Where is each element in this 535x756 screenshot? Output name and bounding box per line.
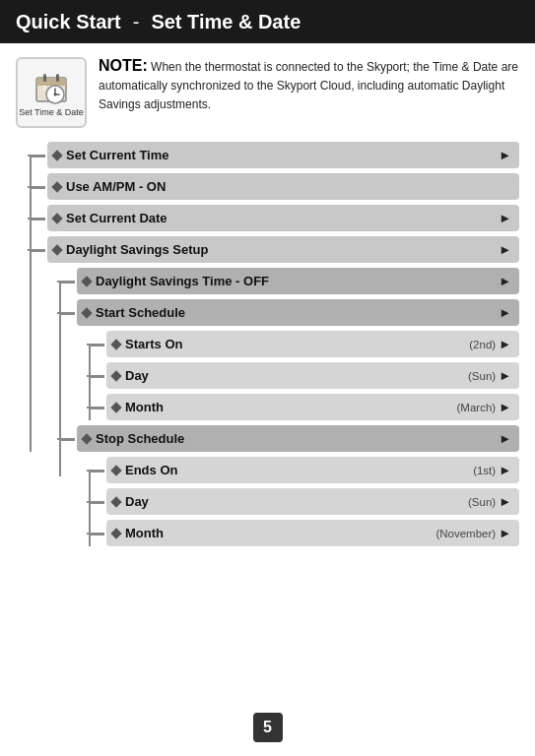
diamond-icon bbox=[51, 181, 62, 192]
month-start-value: (March) bbox=[457, 402, 497, 413]
set-current-date-item[interactable]: Set Current Date ► bbox=[47, 205, 519, 231]
starts-on-btn: Starts On (2nd) ► bbox=[106, 331, 519, 357]
svg-rect-1 bbox=[36, 78, 66, 86]
starts-on-value: (2nd) bbox=[469, 339, 496, 350]
note-block: NOTE: When the thermostat is connected t… bbox=[99, 57, 519, 113]
start-schedule-label: Start Schedule bbox=[96, 305, 185, 320]
daylight-savings-setup-item[interactable]: Daylight Savings Setup ► bbox=[47, 236, 519, 263]
svg-rect-7 bbox=[56, 74, 59, 82]
day-stop-label: Day bbox=[125, 494, 149, 509]
arrow-icon: ► bbox=[499, 463, 511, 477]
day-stop-value: (Sun) bbox=[468, 496, 496, 508]
diamond-icon bbox=[110, 465, 121, 475]
start-schedule-btn: Start Schedule ► bbox=[77, 299, 519, 326]
arrow-icon: ► bbox=[499, 148, 511, 162]
start-schedule-item[interactable]: Start Schedule ► bbox=[77, 299, 519, 326]
icon-label: Set Time & Date bbox=[19, 107, 84, 118]
use-ampm-item[interactable]: Use AM/PM - ON bbox=[47, 173, 519, 200]
set-current-time-btn: Set Current Time ► bbox=[47, 142, 519, 168]
header: Quick Start - Set Time & Date bbox=[0, 0, 535, 43]
month-start-label: Month bbox=[125, 400, 164, 414]
svg-text:7: 7 bbox=[42, 85, 46, 92]
ends-on-label: Ends On bbox=[125, 463, 177, 477]
diamond-icon bbox=[110, 528, 121, 538]
svg-rect-6 bbox=[43, 74, 46, 82]
set-time-date-icon: 7 Set Time & Date bbox=[16, 57, 87, 128]
header-dash: - bbox=[133, 11, 140, 33]
arrow-icon: ► bbox=[499, 400, 511, 414]
diamond-icon bbox=[81, 433, 92, 444]
arrow-icon: ► bbox=[499, 242, 511, 257]
arrow-icon: ► bbox=[499, 368, 511, 383]
diamond-icon bbox=[51, 150, 62, 160]
set-current-time-label: Set Current Time bbox=[66, 148, 169, 162]
arrow-icon: ► bbox=[499, 431, 511, 446]
note-text: When the thermostat is connected to the … bbox=[99, 60, 518, 111]
header-prefix: Quick Start bbox=[16, 11, 121, 33]
month-start-item[interactable]: Month (March) ► bbox=[106, 394, 519, 420]
month-stop-value: (November) bbox=[435, 528, 496, 539]
daylight-savings-time-btn: Daylight Savings Time - OFF ► bbox=[77, 268, 519, 294]
stop-schedule-item[interactable]: Stop Schedule ► bbox=[77, 425, 519, 452]
diamond-icon bbox=[51, 244, 62, 255]
set-current-date-label: Set Current Date bbox=[66, 211, 167, 225]
daylight-savings-time-item[interactable]: Daylight Savings Time - OFF ► bbox=[77, 268, 519, 294]
day-start-item[interactable]: Day (Sun) ► bbox=[106, 362, 519, 389]
stop-schedule-label: Stop Schedule bbox=[96, 431, 184, 446]
arrow-icon: ► bbox=[499, 526, 511, 540]
starts-on-item[interactable]: Starts On (2nd) ► bbox=[106, 331, 519, 357]
diamond-icon bbox=[81, 276, 92, 286]
diamond-icon bbox=[81, 307, 92, 318]
note-bold: NOTE: bbox=[99, 57, 148, 74]
arrow-icon: ► bbox=[499, 305, 511, 320]
day-stop-btn: Day (Sun) ► bbox=[106, 488, 519, 515]
top-section: 7 Set Time & Date NOTE: When the thermos… bbox=[16, 57, 519, 128]
diamond-icon bbox=[110, 402, 121, 412]
diamond-icon bbox=[110, 496, 121, 507]
daylight-savings-setup-label: Daylight Savings Setup bbox=[66, 242, 208, 257]
use-ampm-btn: Use AM/PM - ON bbox=[47, 173, 519, 200]
ends-on-value: (1st) bbox=[473, 465, 496, 476]
page-number: 5 bbox=[253, 713, 283, 742]
arrow-icon: ► bbox=[499, 211, 511, 225]
day-start-label: Day bbox=[125, 368, 149, 383]
diamond-icon bbox=[110, 370, 121, 381]
day-stop-item[interactable]: Day (Sun) ► bbox=[106, 488, 519, 515]
ends-on-item[interactable]: Ends On (1st) ► bbox=[106, 457, 519, 483]
header-subtitle: Set Time & Date bbox=[151, 11, 301, 33]
set-current-time-item[interactable]: Set Current Time ► bbox=[47, 142, 519, 168]
set-current-date-btn: Set Current Date ► bbox=[47, 205, 519, 231]
arrow-icon: ► bbox=[499, 494, 511, 509]
day-start-btn: Day (Sun) ► bbox=[106, 362, 519, 389]
diamond-icon bbox=[51, 213, 62, 223]
day-start-value: (Sun) bbox=[468, 370, 496, 382]
daylight-savings-time-label: Daylight Savings Time - OFF bbox=[96, 274, 269, 288]
month-stop-item[interactable]: Month (November) ► bbox=[106, 520, 519, 546]
starts-on-label: Starts On bbox=[125, 337, 183, 351]
daylight-savings-setup-btn: Daylight Savings Setup ► bbox=[47, 236, 519, 263]
arrow-icon: ► bbox=[499, 337, 511, 351]
stop-schedule-btn: Stop Schedule ► bbox=[77, 425, 519, 452]
arrow-icon: ► bbox=[499, 274, 511, 288]
month-stop-btn: Month (November) ► bbox=[106, 520, 519, 546]
ends-on-btn: Ends On (1st) ► bbox=[106, 457, 519, 483]
month-start-btn: Month (March) ► bbox=[106, 394, 519, 420]
month-stop-label: Month bbox=[125, 526, 164, 540]
use-ampm-label: Use AM/PM - ON bbox=[66, 179, 166, 194]
diamond-icon bbox=[110, 339, 121, 349]
